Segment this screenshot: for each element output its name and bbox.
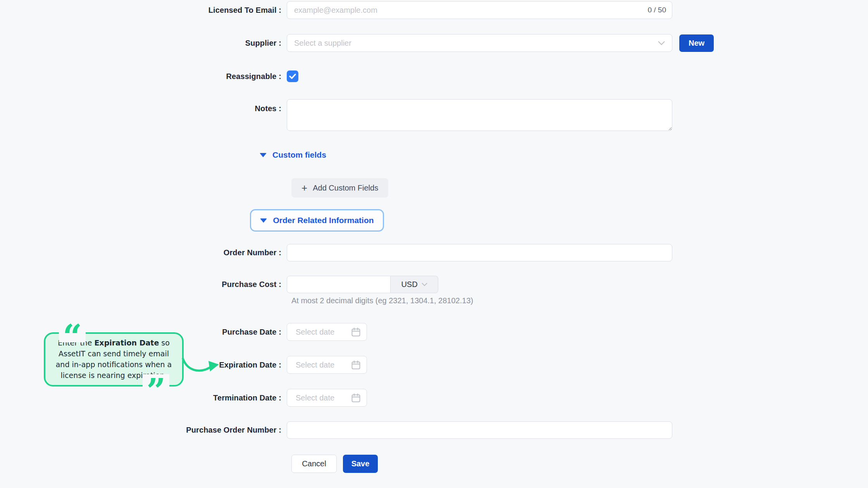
tooltip-text-bold: Expiration Date bbox=[94, 339, 159, 347]
purchase-cost-input[interactable] bbox=[287, 276, 391, 293]
notes-textarea[interactable] bbox=[287, 99, 672, 131]
form-actions: Cancel Save bbox=[291, 455, 378, 473]
reassignable-row: Reassignable : bbox=[0, 70, 298, 82]
caret-down-icon bbox=[260, 153, 267, 157]
notes-label: Notes : bbox=[0, 99, 287, 113]
order-related-information-toggle[interactable]: Order Related Information bbox=[250, 209, 384, 232]
annotation-arrow-icon bbox=[181, 356, 222, 378]
purchase-order-number-row: Purchase Order Number : bbox=[0, 421, 672, 439]
close-quote-icon: ” bbox=[143, 374, 169, 397]
termination-date-row: Termination Date : Select date bbox=[0, 389, 367, 407]
currency-select[interactable]: USD bbox=[391, 276, 438, 293]
order-number-input[interactable] bbox=[287, 244, 672, 261]
order-number-wrap bbox=[287, 244, 672, 261]
licensed-to-email-input[interactable] bbox=[287, 1, 672, 19]
plus-icon: + bbox=[301, 183, 307, 193]
licensed-to-email-wrap: 0 / 50 bbox=[287, 1, 672, 19]
licensed-to-email-label: Licensed To Email : bbox=[0, 6, 287, 15]
calendar-icon bbox=[351, 361, 360, 369]
new-supplier-button[interactable]: New bbox=[679, 34, 714, 52]
expiration-date-picker[interactable]: Select date bbox=[287, 356, 367, 374]
currency-value: USD bbox=[401, 280, 417, 289]
purchase-cost-label: Purchase Cost : bbox=[0, 280, 287, 289]
order-number-label: Order Number : bbox=[0, 248, 287, 257]
add-custom-fields-row: + Add Custom Fields bbox=[291, 178, 388, 198]
order-number-row: Order Number : bbox=[0, 244, 672, 261]
termination-date-placeholder: Select date bbox=[296, 393, 351, 402]
add-custom-fields-button[interactable]: + Add Custom Fields bbox=[291, 178, 388, 198]
purchase-cost-row: Purchase Cost : USD bbox=[0, 276, 438, 293]
expiration-date-placeholder: Select date bbox=[296, 361, 351, 369]
chevron-down-icon bbox=[422, 283, 427, 286]
reassignable-checkbox[interactable] bbox=[287, 70, 298, 82]
purchase-order-number-label: Purchase Order Number : bbox=[0, 426, 287, 435]
supplier-row: Supplier : Select a supplier New bbox=[0, 34, 714, 52]
purchase-cost-hint: At most 2 decimal digits (eg 2321, 1304.… bbox=[291, 296, 473, 305]
caret-down-icon bbox=[260, 218, 267, 223]
purchase-date-placeholder: Select date bbox=[296, 328, 351, 337]
custom-fields-section-title: Custom fields bbox=[272, 150, 326, 160]
chevron-down-icon bbox=[658, 41, 665, 45]
calendar-icon bbox=[351, 393, 360, 402]
purchase-date-picker[interactable]: Select date bbox=[287, 323, 367, 341]
order-section-title: Order Related Information bbox=[273, 216, 374, 225]
termination-date-picker[interactable]: Select date bbox=[287, 389, 367, 407]
notes-row: Notes : bbox=[0, 99, 672, 131]
purchase-cost-group: USD bbox=[287, 276, 438, 293]
license-form-page: Licensed To Email : 0 / 50 Supplier : Se… bbox=[0, 0, 868, 488]
reassignable-label: Reassignable : bbox=[0, 72, 287, 81]
open-quote-icon: “ bbox=[59, 320, 86, 342]
supplier-placeholder: Select a supplier bbox=[294, 39, 658, 48]
checkmark-icon bbox=[289, 74, 296, 79]
supplier-select[interactable]: Select a supplier bbox=[287, 34, 672, 52]
save-button[interactable]: Save bbox=[343, 455, 378, 473]
cancel-button[interactable]: Cancel bbox=[291, 455, 337, 473]
calendar-icon bbox=[351, 328, 360, 337]
purchase-order-number-input[interactable] bbox=[287, 421, 672, 439]
licensed-to-email-row: Licensed To Email : 0 / 50 bbox=[0, 1, 672, 19]
add-custom-fields-label: Add Custom Fields bbox=[313, 184, 378, 192]
purchase-order-number-wrap bbox=[287, 421, 672, 439]
supplier-label: Supplier : bbox=[0, 39, 287, 48]
custom-fields-section-toggle[interactable]: Custom fields bbox=[260, 149, 326, 161]
char-counter: 0 / 50 bbox=[648, 6, 666, 14]
